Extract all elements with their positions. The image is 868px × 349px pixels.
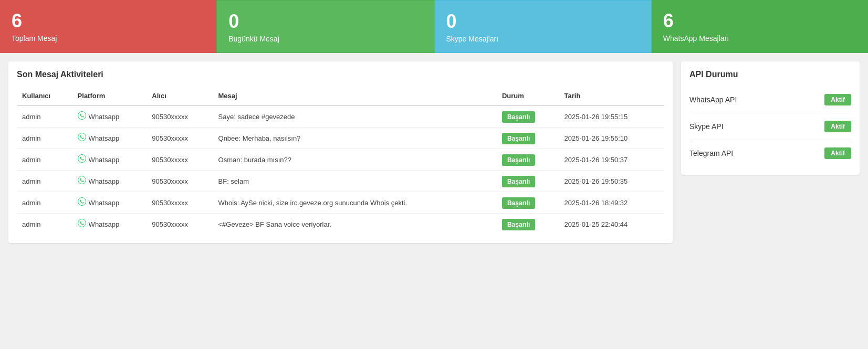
table-row: admin Whatsapp 90530xxxxx Saye: sadece #… (17, 105, 664, 128)
cell-durum: Başarılı (497, 214, 559, 235)
status-badge: Başarılı (502, 197, 535, 209)
col-tarih: Tarih (559, 87, 664, 105)
cell-durum: Başarılı (497, 171, 559, 192)
stat-card-bugun: 0 Bugünkü Mesaj (216, 0, 434, 53)
status-badge: Başarılı (502, 154, 535, 166)
cell-platform: Whatsapp (72, 171, 147, 192)
stat-number-whatsapp: 6 (663, 9, 856, 32)
cell-platform: Whatsapp (72, 149, 147, 171)
col-alici: Alıcı (147, 87, 213, 105)
cell-mesaj: Saye: sadece #gevezede (213, 105, 497, 128)
whatsapp-icon (78, 176, 86, 186)
status-badge: Başarılı (502, 219, 535, 230)
main-content: Son Mesaj Aktiviteleri Kullanıcı Platfor… (0, 53, 868, 251)
cell-mesaj: Osman: burada mısın?? (213, 149, 497, 171)
svg-point-4 (78, 198, 86, 206)
svg-point-3 (78, 176, 86, 184)
api-row: WhatsApp API Aktif (689, 87, 851, 113)
cell-kullanici: admin (17, 105, 72, 128)
cell-alici: 90530xxxxx (147, 171, 213, 192)
api-name: Skype API (689, 122, 724, 131)
cell-tarih: 2025-01-26 19:50:35 (559, 171, 664, 192)
api-name: WhatsApp API (689, 96, 737, 104)
col-kullanici: Kullanıcı (17, 87, 72, 105)
stat-card-skype: 0 Skype Mesajları (434, 0, 652, 53)
messages-section-title: Son Mesaj Aktiviteleri (17, 70, 664, 79)
svg-point-2 (78, 155, 86, 163)
cell-kullanici: admin (17, 128, 72, 149)
table-row: admin Whatsapp 90530xxxxx Whois: AySe ni… (17, 192, 664, 214)
cell-mesaj: BF: selam (213, 171, 497, 192)
stat-number-bugun: 0 (228, 10, 422, 33)
col-durum: Durum (497, 87, 559, 105)
svg-point-5 (78, 219, 86, 227)
cell-kullanici: admin (17, 149, 72, 171)
cell-mesaj: Whois: AySe nicki, size irc.geveze.org s… (213, 192, 497, 214)
stat-card-whatsapp: 6 WhatsApp Mesajları (652, 0, 868, 53)
table-row: admin Whatsapp 90530xxxxx <#Geveze> BF S… (17, 214, 664, 235)
cell-platform: Whatsapp (72, 128, 147, 149)
cell-kullanici: admin (17, 171, 72, 192)
cell-mesaj: Qnbee: Merhaba, nasılsın? (213, 128, 497, 149)
stat-label-whatsapp: WhatsApp Mesajları (663, 34, 856, 43)
whatsapp-icon (78, 133, 86, 143)
table-row: admin Whatsapp 90530xxxxx Qnbee: Merhaba… (17, 128, 664, 149)
cell-durum: Başarılı (497, 149, 559, 171)
api-status-badge: Aktif (824, 121, 851, 132)
stats-row: 6 Toplam Mesaj 0 Bugünkü Mesaj 0 Skype M… (0, 0, 868, 53)
platform-label: Whatsapp (89, 199, 120, 207)
api-status-badge: Aktif (824, 94, 851, 105)
cell-durum: Başarılı (497, 128, 559, 149)
stat-card-toplam: 6 Toplam Mesaj (0, 0, 216, 53)
cell-alici: 90530xxxxx (147, 192, 213, 214)
cell-durum: Başarılı (497, 105, 559, 128)
platform-label: Whatsapp (89, 177, 120, 185)
cell-alici: 90530xxxxx (147, 214, 213, 235)
cell-kullanici: admin (17, 214, 72, 235)
table-row: admin Whatsapp 90530xxxxx BF: selam Başa… (17, 171, 664, 192)
whatsapp-icon (78, 219, 86, 229)
cell-alici: 90530xxxxx (147, 149, 213, 171)
platform-label: Whatsapp (89, 156, 120, 164)
whatsapp-icon (78, 197, 86, 208)
api-row: Telegram API Aktif (689, 140, 851, 166)
platform-label: Whatsapp (89, 220, 120, 228)
stat-label-bugun: Bugünkü Mesaj (228, 35, 422, 43)
messages-table: Kullanıcı Platform Alıcı Mesaj Durum Tar… (17, 87, 664, 235)
cell-kullanici: admin (17, 192, 72, 214)
platform-label: Whatsapp (89, 134, 120, 142)
api-name: Telegram API (689, 149, 733, 157)
whatsapp-icon (78, 111, 86, 122)
col-mesaj: Mesaj (213, 87, 497, 105)
cell-alici: 90530xxxxx (147, 128, 213, 149)
cell-platform: Whatsapp (72, 192, 147, 214)
cell-tarih: 2025-01-26 19:55:10 (559, 128, 664, 149)
col-platform: Platform (72, 87, 147, 105)
cell-platform: Whatsapp (72, 105, 147, 128)
svg-point-1 (78, 133, 86, 141)
stat-label-toplam: Toplam Mesaj (12, 34, 205, 43)
right-panel: API Durumu WhatsApp API Aktif Skype API … (681, 61, 860, 175)
cell-mesaj: <#Geveze> BF Sana voice veriyorlar. (213, 214, 497, 235)
cell-durum: Başarılı (497, 192, 559, 214)
api-list: WhatsApp API Aktif Skype API Aktif Teleg… (689, 87, 851, 166)
api-section-title: API Durumu (689, 70, 851, 79)
cell-alici: 90530xxxxx (147, 105, 213, 128)
table-row: admin Whatsapp 90530xxxxx Osman: burada … (17, 149, 664, 171)
platform-label: Whatsapp (89, 113, 120, 121)
left-panel: Son Mesaj Aktiviteleri Kullanıcı Platfor… (8, 61, 673, 243)
cell-platform: Whatsapp (72, 214, 147, 235)
status-badge: Başarılı (502, 176, 535, 187)
cell-tarih: 2025-01-25 22:40:44 (559, 214, 664, 235)
table-header-row: Kullanıcı Platform Alıcı Mesaj Durum Tar… (17, 87, 664, 105)
stat-label-skype: Skype Mesajları (446, 35, 640, 43)
stat-number-toplam: 6 (12, 9, 205, 32)
api-row: Skype API Aktif (689, 113, 851, 140)
cell-tarih: 2025-01-26 18:49:32 (559, 192, 664, 214)
status-badge: Başarılı (502, 133, 535, 144)
cell-tarih: 2025-01-26 19:50:37 (559, 149, 664, 171)
cell-tarih: 2025-01-26 19:55:15 (559, 105, 664, 128)
whatsapp-icon (78, 154, 86, 165)
status-badge: Başarılı (502, 111, 535, 123)
api-status-badge: Aktif (824, 147, 851, 159)
